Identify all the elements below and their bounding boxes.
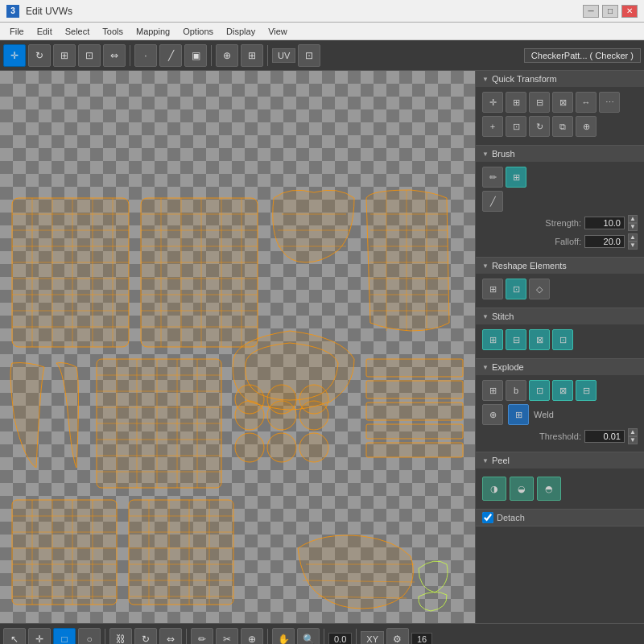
polygon-mode-button[interactable]: ▣ (184, 44, 207, 67)
qt-checker-button[interactable]: ⊡ (506, 116, 526, 137)
rotate-tool-button[interactable]: ↻ (28, 44, 51, 67)
stitch-btn-2[interactable]: ⊟ (506, 329, 526, 350)
checker-label[interactable]: CheckerPatt... ( Checker ) (524, 48, 641, 63)
menu-edit[interactable]: Edit (31, 25, 59, 38)
svg-point-58 (267, 433, 296, 462)
mirror-button[interactable]: ⇔ (103, 44, 126, 67)
bt-move-button[interactable]: ✛ (28, 628, 51, 645)
strength-label: Strength: (545, 218, 581, 228)
bt-settings-button[interactable]: ⚙ (386, 628, 409, 645)
reshape-shape-button[interactable]: ◇ (529, 279, 550, 299)
explode-btn-5[interactable]: ⊟ (576, 380, 597, 401)
bt-hand-button[interactable]: ✋ (272, 628, 295, 645)
quick-transform-header[interactable]: Quick Transform (476, 71, 644, 87)
maximize-button[interactable]: □ (602, 5, 618, 18)
menu-mapping[interactable]: Mapping (130, 25, 176, 38)
threshold-spinner: ▲ ▼ (628, 428, 638, 444)
bt-loop-button[interactable]: ↻ (134, 628, 157, 645)
bt-zoom-button[interactable]: 🔍 (297, 628, 320, 645)
menu-tools[interactable]: Tools (96, 25, 130, 38)
peel-section: Peel ◑ ◒ ◓ (476, 452, 644, 510)
reshape-header[interactable]: Reshape Elements (476, 258, 644, 274)
brush-header[interactable]: Brush (476, 146, 644, 162)
reshape-content: ⊞ ⊡ ◇ (476, 274, 644, 308)
qt-scale-button[interactable]: + (482, 116, 503, 137)
menu-view[interactable]: View (262, 25, 294, 38)
qt-move-button[interactable]: ✛ (482, 92, 503, 113)
falloff-down-button[interactable]: ▼ (628, 242, 638, 250)
bt-cut-button[interactable]: ✂ (216, 628, 238, 645)
strength-down-button[interactable]: ▼ (628, 223, 638, 231)
explode-btn-1[interactable]: ⊞ (482, 380, 503, 401)
weld-button[interactable]: ⊕ (482, 404, 503, 425)
reshape-grid-button[interactable]: ⊞ (482, 279, 503, 299)
menu-bar: File Edit Select Tools Mapping Options D… (0, 23, 644, 40)
reshape-cube-button[interactable]: ⊡ (506, 279, 526, 299)
explode-header[interactable]: Explode (476, 359, 644, 375)
stitch-btn-3[interactable]: ⊠ (529, 329, 550, 350)
reshape-tools-row: ⊞ ⊡ ◇ (482, 279, 638, 299)
qt-align-left-button[interactable]: ⊞ (506, 92, 526, 113)
explode-btn-3[interactable]: ⊡ (529, 380, 550, 401)
menu-file[interactable]: File (3, 25, 31, 38)
scale-tool-button[interactable]: ⊞ (53, 44, 76, 67)
explode-btn-2[interactable]: b (506, 380, 526, 401)
threshold-input[interactable] (584, 430, 625, 443)
stitch-label: Stitch (492, 312, 514, 321)
freeform-button[interactable]: ⊡ (78, 44, 101, 67)
explode-content: ⊞ b ⊡ ⊠ ⊟ ⊕ ⊞ Weld Threshold: ▲ ▼ (476, 375, 644, 452)
uv-viewport[interactable] (0, 71, 475, 623)
brush-pencil-button[interactable]: ╱ (482, 191, 503, 212)
peel-header[interactable]: Peel (476, 452, 644, 469)
grid-button[interactable]: ⊞ (241, 44, 263, 67)
move-tool-button[interactable]: ✛ (3, 44, 26, 67)
strength-input[interactable] (584, 217, 625, 229)
qt-align-right-button[interactable]: ⊟ (529, 92, 550, 113)
weld-select-button[interactable]: ⊞ (508, 404, 529, 425)
peel-btn-1[interactable]: ◑ (482, 477, 506, 501)
strength-up-button[interactable]: ▲ (628, 215, 638, 223)
threshold-down-button[interactable]: ▼ (628, 436, 638, 444)
falloff-up-button[interactable]: ▲ (628, 233, 638, 242)
window-title: Edit UVWs (26, 6, 576, 17)
qt-mirror-h-button[interactable]: ↔ (576, 92, 597, 113)
minimize-button[interactable]: ─ (583, 5, 599, 18)
qt-extra-button[interactable]: ⊕ (576, 116, 597, 137)
bt-pen-button[interactable]: ✏ (191, 628, 213, 645)
vertex-mode-button[interactable]: · (134, 44, 157, 67)
close-button[interactable]: ✕ (621, 5, 638, 18)
menu-display[interactable]: Display (220, 25, 262, 38)
stitch-btn-4[interactable]: ⊡ (552, 329, 573, 350)
threshold-label: Threshold: (539, 431, 581, 441)
bt-mirror-button[interactable]: ⇔ (159, 628, 182, 645)
separator-3 (267, 45, 268, 66)
detach-checkbox[interactable] (482, 512, 493, 523)
menu-options[interactable]: Options (176, 25, 220, 38)
xy-button[interactable]: XY (361, 631, 384, 645)
checker-icon[interactable]: ⊡ (298, 44, 320, 67)
menu-select[interactable]: Select (59, 25, 97, 38)
svg-rect-66 (366, 424, 463, 439)
bt-sep-2 (186, 629, 187, 645)
bt-box-button[interactable]: □ (53, 628, 76, 645)
stitch-btn-1[interactable]: ⊞ (482, 329, 503, 350)
threshold-up-button[interactable]: ▲ (628, 428, 638, 436)
peel-btn-3[interactable]: ◓ (537, 477, 561, 501)
stitch-header[interactable]: Stitch (476, 308, 644, 324)
falloff-input[interactable] (584, 235, 625, 248)
edge-mode-button[interactable]: ╱ (159, 44, 182, 67)
brush-mode-button[interactable]: ⊞ (506, 167, 526, 188)
brush-paint-button[interactable]: ✏ (482, 167, 503, 188)
peel-btn-2[interactable]: ◒ (510, 477, 534, 501)
explode-btn-4[interactable]: ⊠ (552, 380, 573, 401)
explode-tools-row: ⊞ b ⊡ ⊠ ⊟ (482, 380, 638, 401)
snap-button[interactable]: ⊕ (216, 44, 238, 67)
bt-weld-button[interactable]: ⊕ (241, 628, 263, 645)
bt-select-button[interactable]: ↖ (3, 628, 26, 645)
qt-rotate-button[interactable]: ↻ (529, 116, 550, 137)
qt-pack-button[interactable]: ⧉ (552, 116, 573, 137)
qt-options-button[interactable]: ⋯ (599, 92, 620, 113)
bt-cycle-button[interactable]: ○ (78, 628, 101, 645)
qt-distribute-button[interactable]: ⊠ (552, 92, 573, 113)
bt-chain-button[interactable]: ⛓ (109, 628, 132, 645)
